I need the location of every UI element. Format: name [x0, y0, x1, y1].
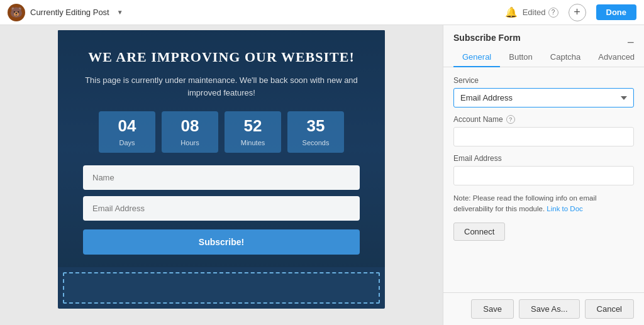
seconds-value: 35: [291, 118, 340, 134]
save-as-button[interactable]: Save As...: [519, 299, 580, 319]
days-label: Days: [119, 139, 135, 146]
countdown-hours: 08 Hours: [162, 111, 218, 153]
countdown-minutes: 52 Minutes: [225, 111, 281, 153]
name-input[interactable]: [83, 165, 360, 190]
panel-body: Service Email Address Account Name ? Ema…: [443, 67, 644, 292]
edited-help-icon[interactable]: ?: [548, 8, 558, 18]
page-preview: We Are Improving Our Website! This page …: [58, 30, 385, 309]
panel-header: Subscribe Form ⎯: [443, 25, 644, 43]
email-address-label: Email Address: [453, 154, 634, 163]
minutes-value: 52: [228, 118, 277, 134]
bell-icon[interactable]: 🔔: [505, 6, 518, 18]
page-content: We Are Improving Our Website! This page …: [83, 49, 360, 255]
page-subtitle: This page is currently under maintenance…: [83, 74, 360, 99]
note-link[interactable]: Link to Doc: [547, 205, 583, 212]
preview-inner: We Are Improving Our Website! This page …: [58, 30, 385, 267]
panel-title: Subscribe Form: [453, 33, 521, 43]
dashed-drop-zone[interactable]: [63, 272, 380, 304]
seconds-label: Seconds: [303, 139, 330, 146]
edited-status: Edited ?: [523, 8, 558, 18]
right-panel: Subscribe Form ⎯ General Button Captcha …: [443, 25, 644, 325]
hours-label: Hours: [180, 139, 199, 146]
account-name-input[interactable]: [453, 127, 634, 146]
tab-button[interactable]: Button: [500, 48, 541, 67]
topbar: 🐻 Currently Editing Post ▼ 🔔 Edited ? + …: [0, 0, 644, 25]
tab-advanced[interactable]: Advanced: [589, 48, 643, 67]
service-label: Service: [453, 76, 634, 85]
save-button[interactable]: Save: [471, 299, 514, 319]
page-title: We Are Improving Our Website!: [83, 49, 360, 65]
cancel-button[interactable]: Cancel: [585, 299, 634, 319]
countdown-days: 04 Days: [99, 111, 155, 153]
panel-tabs: General Button Captcha Advanced: [443, 48, 644, 67]
tab-general[interactable]: General: [453, 48, 500, 67]
panel-email-input[interactable]: [453, 166, 634, 185]
name-field-group: [83, 165, 360, 190]
hours-value: 08: [165, 118, 214, 134]
minutes-label: Minutes: [241, 139, 265, 146]
canvas-email-input[interactable]: [83, 196, 360, 221]
note-text: Note: Please read the following info on …: [453, 193, 634, 215]
minimize-icon[interactable]: ⎯: [628, 33, 634, 43]
main-area: We Are Improving Our Website! This page …: [0, 25, 644, 325]
tab-captcha[interactable]: Captcha: [541, 48, 589, 67]
done-button[interactable]: Done: [596, 4, 637, 20]
topbar-title: Currently Editing Post: [30, 8, 109, 17]
service-select[interactable]: Email Address: [453, 88, 634, 107]
account-name-help-icon[interactable]: ?: [506, 115, 515, 124]
panel-footer: Save Save As... Cancel: [443, 292, 644, 325]
days-value: 04: [103, 118, 152, 134]
countdown-timer: 04 Days 08 Hours 52 Minutes 35: [83, 111, 360, 153]
canvas-area: We Are Improving Our Website! This page …: [0, 25, 443, 325]
connect-button[interactable]: Connect: [453, 223, 505, 241]
subscribe-button[interactable]: Subscribe!: [83, 229, 360, 255]
chevron-down-icon[interactable]: ▼: [117, 9, 123, 16]
logo-icon: 🐻: [8, 4, 25, 21]
account-name-label: Account Name ?: [453, 115, 634, 124]
countdown-seconds: 35 Seconds: [287, 111, 344, 153]
email-field-group: [83, 196, 360, 221]
add-button[interactable]: +: [569, 4, 586, 21]
